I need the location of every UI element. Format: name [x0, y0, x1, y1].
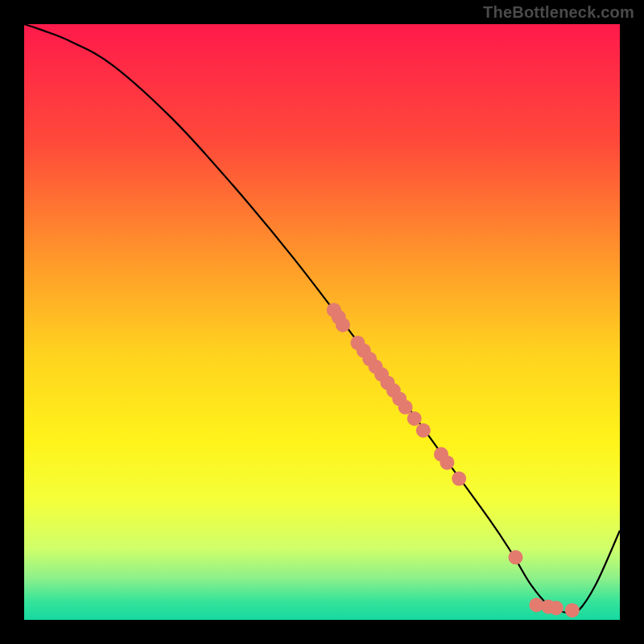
marker-dot — [452, 472, 466, 486]
marker-dot — [336, 318, 350, 332]
marker-dot — [416, 423, 431, 438]
marker-dot — [398, 400, 413, 415]
chart-stage: TheBottleneck.com — [0, 0, 644, 644]
marker-dot — [407, 411, 422, 426]
marker-dot — [440, 456, 454, 470]
marker-dot — [565, 603, 580, 617]
marker-dot — [549, 601, 564, 615]
plot-area — [24, 24, 620, 620]
bottleneck-chart — [0, 0, 644, 644]
marker-dot — [509, 550, 523, 564]
watermark-text: TheBottleneck.com — [483, 3, 634, 22]
